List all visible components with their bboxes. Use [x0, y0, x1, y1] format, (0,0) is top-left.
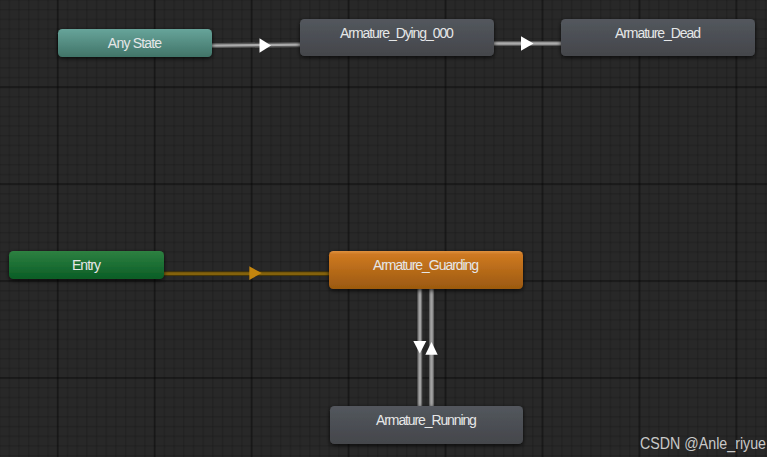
svg-text:Armature_Dying_000: Armature_Dying_000 — [340, 25, 454, 41]
svg-text:Armature_Guarding: Armature_Guarding — [373, 257, 479, 273]
svg-text:Armature_Running: Armature_Running — [376, 412, 477, 428]
svg-text:CSDN @Anle_riyue: CSDN @Anle_riyue — [640, 433, 766, 453]
svg-text:Entry: Entry — [72, 257, 101, 273]
svg-text:Any State: Any State — [108, 35, 163, 51]
svg-text:Armature_Dead: Armature_Dead — [615, 25, 701, 41]
